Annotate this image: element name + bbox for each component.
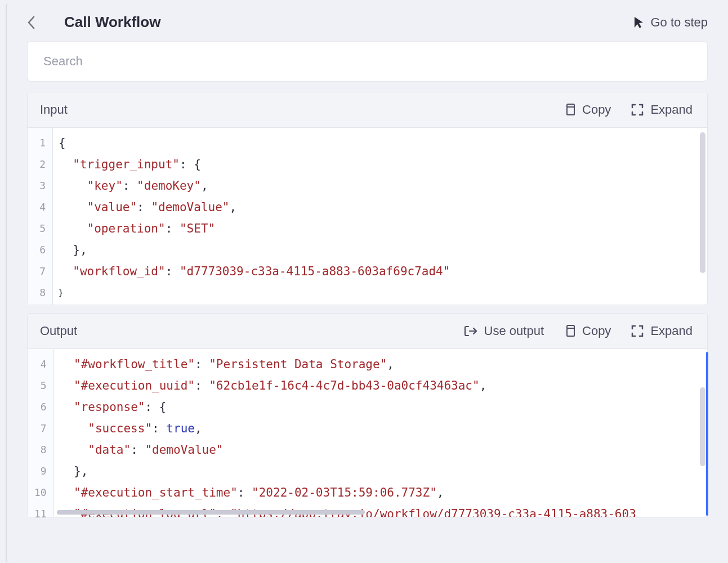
- output-copy-button[interactable]: Copy: [564, 324, 611, 338]
- svg-rect-1: [567, 328, 574, 336]
- input-expand-button[interactable]: Expand: [631, 102, 693, 117]
- output-code[interactable]: "#workflow_title": "Persistent Data Stor…: [54, 349, 707, 517]
- input-actions: Copy Expand: [564, 102, 693, 117]
- chevron-left-icon: [27, 16, 35, 29]
- input-copy-button[interactable]: Copy: [564, 102, 611, 117]
- output-header: Output Use output Copy Expand: [28, 314, 707, 349]
- use-output-icon: [464, 325, 477, 337]
- input-expand-label: Expand: [650, 102, 693, 117]
- output-vscroll-thumb[interactable]: [700, 387, 705, 466]
- output-actions: Use output Copy Expand: [464, 324, 693, 338]
- use-output-button[interactable]: Use output: [464, 324, 544, 338]
- search-input[interactable]: [43, 54, 691, 69]
- input-title: Input: [40, 102, 68, 117]
- output-gutter: 4 5 6 7 8 9 10 11: [28, 349, 54, 517]
- header-left: Call Workflow: [27, 14, 160, 31]
- workflow-step-panel: Call Workflow Go to step Input Copy Expa…: [6, 3, 728, 563]
- expand-icon: [631, 325, 644, 337]
- page-title: Call Workflow: [64, 14, 160, 31]
- input-copy-label: Copy: [582, 102, 611, 117]
- go-to-step-label: Go to step: [650, 15, 708, 30]
- output-copy-label: Copy: [582, 324, 611, 338]
- go-to-step-button[interactable]: Go to step: [633, 15, 708, 30]
- input-vscroll[interactable]: [699, 132, 706, 300]
- svg-rect-0: [567, 107, 574, 115]
- output-code-area[interactable]: 4 5 6 7 8 9 10 11 "#workflow_title": "Pe…: [28, 349, 707, 517]
- copy-icon: [564, 325, 575, 337]
- input-gutter: 1 2 3 4 5 6 7 8: [28, 128, 53, 305]
- output-expand-button[interactable]: Expand: [631, 324, 693, 338]
- input-section: Input Copy Expand 1 2 3 4 5 6 7: [27, 92, 708, 305]
- input-vscroll-thumb[interactable]: [700, 132, 705, 273]
- back-button[interactable]: [27, 16, 35, 29]
- search-bar[interactable]: [27, 41, 708, 82]
- output-section: Output Use output Copy Expand 4 5: [27, 313, 708, 517]
- expand-icon: [631, 104, 644, 116]
- copy-icon: [564, 104, 575, 116]
- use-output-label: Use output: [484, 324, 544, 338]
- output-expand-label: Expand: [650, 324, 693, 338]
- output-vscroll[interactable]: [699, 354, 706, 512]
- input-header: Input Copy Expand: [28, 92, 707, 128]
- output-hscroll[interactable]: [57, 510, 698, 516]
- output-hscroll-thumb[interactable]: [57, 510, 365, 515]
- input-code[interactable]: { "trigger_input": { "key": "demoKey", "…: [53, 128, 707, 305]
- panel-header: Call Workflow Go to step: [7, 3, 728, 41]
- input-code-area[interactable]: 1 2 3 4 5 6 7 8 { "trigger_input": { "ke…: [28, 128, 707, 305]
- cursor-icon: [633, 16, 644, 29]
- output-title: Output: [40, 324, 77, 338]
